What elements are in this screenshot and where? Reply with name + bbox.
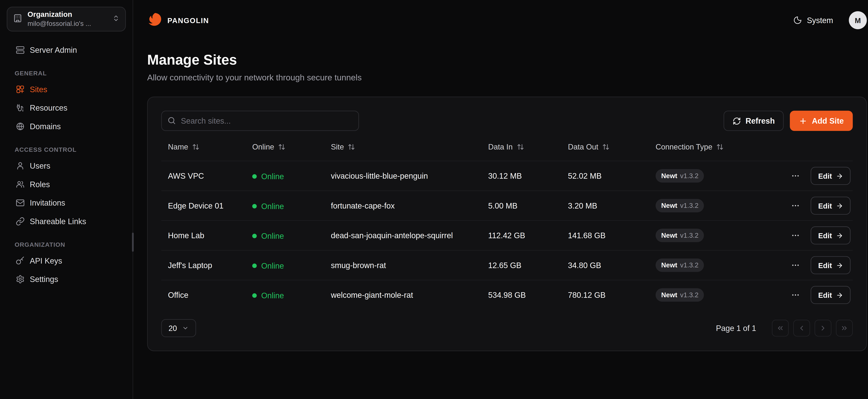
sidebar-item-roles[interactable]: Roles [7, 175, 126, 193]
avatar-initial: M [855, 16, 861, 25]
refresh-icon [733, 117, 741, 125]
building-icon [13, 13, 22, 25]
sidebar-item-settings[interactable]: Settings [7, 270, 126, 288]
ellipsis-icon [791, 172, 800, 180]
prev-page-button[interactable] [793, 320, 810, 337]
data-in-value: 112.42 GB [482, 231, 561, 240]
sort-icon [716, 143, 723, 151]
theme-toggle-button[interactable]: System [790, 15, 837, 25]
site-name: Office [161, 290, 245, 300]
sidebar-scrollbar-thumb[interactable] [132, 233, 134, 252]
online-dot-icon [252, 293, 257, 298]
table-row: Edge Device 01 Online fortunate-cape-fox… [161, 190, 853, 220]
sidebar-item-resources[interactable]: Resources [7, 98, 126, 117]
edit-button[interactable]: Edit [811, 167, 850, 185]
page-info: Page 1 of 1 [716, 324, 756, 333]
topbar: PANGOLIN System M [133, 0, 868, 40]
column-header-online[interactable]: Online [252, 143, 285, 151]
refresh-button[interactable]: Refresh [723, 111, 784, 131]
table-row: Home Lab Online dead-san-joaquin-antelop… [161, 220, 853, 250]
sidebar-item-api-keys[interactable]: API Keys [7, 251, 126, 270]
edit-button[interactable]: Edit [811, 197, 850, 215]
row-actions-button[interactable] [789, 199, 803, 213]
avatar[interactable]: M [849, 11, 867, 29]
table-row: Office Online welcome-giant-mole-rat 534… [161, 280, 853, 310]
row-actions-button[interactable] [789, 229, 803, 242]
data-in-value: 12.65 GB [482, 261, 561, 270]
data-out-value: 780.12 GB [561, 290, 649, 300]
data-in-value: 5.00 MB [482, 201, 561, 210]
row-actions-button[interactable] [789, 169, 803, 183]
ellipsis-icon [791, 231, 800, 240]
ellipsis-icon [791, 261, 800, 270]
data-out-value: 52.02 MB [561, 172, 649, 180]
row-actions-button[interactable] [789, 288, 803, 302]
row-actions-button[interactable] [789, 258, 803, 272]
org-subtitle: milo@fossorial.io's ... [28, 20, 107, 28]
first-page-button[interactable] [772, 320, 789, 337]
column-header-name[interactable]: Name [168, 143, 199, 151]
sort-icon [348, 143, 355, 151]
chevron-left-icon [798, 324, 806, 332]
column-header-connection-type[interactable]: Connection Type [655, 143, 723, 151]
globe-icon [16, 122, 25, 131]
data-in-value: 534.98 GB [482, 290, 561, 300]
sidebar-item-label: Domains [30, 122, 61, 131]
arrow-right-icon [836, 262, 843, 269]
page-content: Manage Sites Allow connectivity to your … [133, 40, 868, 351]
site-slug: smug-brown-rat [324, 261, 482, 270]
sidebar-item-invitations[interactable]: Invitations [7, 193, 126, 212]
last-page-button[interactable] [836, 320, 853, 337]
site-slug: welcome-giant-mole-rat [324, 290, 482, 300]
column-header-data-out[interactable]: Data Out [568, 143, 610, 151]
status-badge: Online [252, 202, 284, 210]
link-icon [16, 216, 25, 225]
server-icon [16, 45, 25, 54]
site-slug: vivacious-little-blue-penguin [324, 172, 482, 180]
data-in-value: 30.12 MB [482, 172, 561, 180]
sidebar-item-users[interactable]: Users [7, 156, 126, 175]
edit-button[interactable]: Edit [811, 286, 850, 304]
connection-type-badge: Newtv1.3.2 [655, 199, 704, 213]
next-page-button[interactable] [814, 320, 831, 337]
sidebar-item-label: Resources [30, 103, 67, 112]
page-size-select[interactable]: 20 [161, 319, 196, 337]
sidebar-item-shareable-links[interactable]: Shareable Links [7, 212, 126, 231]
org-title: Organization [28, 10, 107, 20]
edit-button[interactable]: Edit [811, 256, 850, 274]
gear-icon [16, 275, 25, 283]
edit-button[interactable]: Edit [811, 226, 850, 244]
sidebar-item-domains[interactable]: Domains [7, 117, 126, 135]
moon-icon [793, 16, 802, 25]
online-dot-icon [252, 263, 257, 268]
add-site-button[interactable]: Add Site [790, 111, 853, 131]
cable-icon [16, 103, 25, 112]
sort-icon [278, 143, 285, 151]
online-dot-icon [252, 204, 257, 208]
org-selector[interactable]: Organization milo@fossorial.io's ... [7, 7, 126, 31]
ellipsis-icon [791, 290, 800, 300]
table-footer: 20 Page 1 of 1 [161, 319, 853, 337]
connection-type-badge: Newtv1.3.2 [655, 169, 704, 183]
site-name: Home Lab [161, 231, 245, 240]
search-input[interactable] [161, 111, 359, 131]
chevrons-left-icon [776, 324, 784, 332]
main-area: PANGOLIN System M Manage Sites Allow con… [133, 0, 868, 399]
sidebar-item-label: API Keys [30, 256, 62, 265]
chevrons-up-down-icon [112, 14, 120, 24]
search-box [161, 111, 359, 131]
sidebar-item-server-admin[interactable]: Server Admin [7, 40, 126, 59]
column-header-data-in[interactable]: Data In [488, 143, 524, 151]
brand: PANGOLIN [147, 11, 209, 29]
table-header: Name Online Site Data In Data Out Connec… [161, 133, 853, 161]
sidebar: Organization milo@fossorial.io's ... Ser… [0, 0, 133, 399]
screen: Organization milo@fossorial.io's ... Ser… [0, 0, 868, 399]
column-header-site[interactable]: Site [331, 143, 355, 151]
chevron-right-icon [819, 324, 827, 332]
connection-type-badge: Newtv1.3.2 [655, 288, 704, 302]
status-badge: Online [252, 291, 284, 300]
page-title: Manage Sites [147, 52, 867, 68]
card-toolbar: Refresh Add Site [161, 111, 853, 131]
sidebar-item-sites[interactable]: Sites [7, 80, 126, 98]
pagination-controls: Page 1 of 1 [716, 320, 853, 337]
